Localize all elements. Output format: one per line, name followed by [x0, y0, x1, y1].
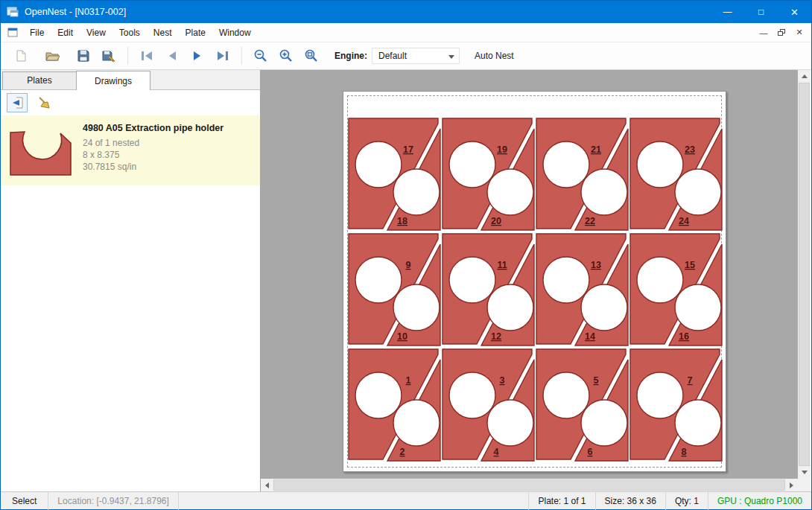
part-number: 15 — [685, 260, 695, 270]
first-plate-button[interactable] — [134, 45, 159, 67]
nested-pair[interactable]: 1516 — [629, 232, 723, 348]
clean-drawings-button[interactable] — [34, 93, 54, 112]
maximize-button[interactable]: □ — [744, 1, 778, 23]
menu-file[interactable]: File — [23, 23, 51, 42]
part-number: 12 — [491, 331, 501, 342]
pipe-hole — [393, 400, 440, 446]
tab-drawings[interactable]: Drawings — [76, 71, 150, 90]
menu-tools[interactable]: Tools — [112, 23, 147, 42]
next-plate-button[interactable] — [185, 45, 210, 67]
pipe-hole — [543, 141, 589, 188]
nested-pair[interactable]: 56 — [535, 348, 629, 463]
plate-size-status: Size: 36 x 36 — [595, 492, 665, 510]
part-number: 21 — [591, 144, 601, 155]
vertical-scrollbar[interactable] — [798, 70, 811, 479]
menu-plate[interactable]: Plate — [179, 23, 212, 42]
scroll-left-button[interactable] — [261, 479, 273, 491]
save-as-button[interactable] — [96, 45, 121, 67]
last-plate-button[interactable] — [210, 45, 235, 67]
drawing-info: 4980 A05 Extraction pipe holder 24 of 1 … — [77, 118, 223, 182]
tab-plates[interactable]: Plates — [2, 71, 77, 89]
nested-pair[interactable]: 2324 — [629, 117, 723, 232]
zoom-fit-icon — [304, 48, 319, 63]
status-bar: Select Location: [-0.9437, 21.8796] Plat… — [1, 491, 811, 509]
nested-pair[interactable]: 1314 — [535, 232, 629, 348]
menu-nest[interactable]: Nest — [147, 23, 179, 42]
minimize-button[interactable]: — — [711, 1, 744, 23]
horizontal-scrollbar[interactable] — [261, 479, 798, 491]
arrow-left-icon — [265, 482, 269, 488]
nested-pair[interactable]: 1718 — [347, 117, 441, 232]
part-number: 14 — [585, 331, 595, 342]
engine-value: Default — [378, 51, 407, 61]
menu-view[interactable]: View — [80, 23, 112, 42]
app-window: OpenNest - [N0317-002] — □ ✕ FileEditVie… — [0, 0, 812, 510]
nested-pair[interactable]: 910 — [347, 232, 441, 348]
open-button[interactable] — [39, 45, 65, 67]
mdi-close-button[interactable]: ✕ — [790, 25, 808, 41]
nested-pair[interactable]: 1112 — [441, 232, 535, 348]
left-panel: PlatesDrawings — [1, 70, 261, 491]
part-number: 24 — [679, 216, 689, 226]
app-icon — [7, 6, 19, 18]
part-number: 19 — [497, 144, 507, 155]
part-number: 17 — [403, 144, 413, 155]
menu-edit[interactable]: Edit — [51, 23, 80, 42]
part-number: 6 — [588, 447, 593, 457]
nested-pair[interactable]: 2122 — [535, 117, 629, 232]
gpu-status: GPU : Quadro P1000 — [708, 492, 811, 510]
part-number: 22 — [585, 216, 595, 226]
auto-nest-button[interactable]: Auto Nest — [475, 51, 514, 61]
part-number: 16 — [679, 331, 689, 342]
nested-pair[interactable]: 1920 — [441, 117, 535, 232]
part-number: 1 — [406, 375, 411, 386]
nested-pair[interactable]: 34 — [441, 348, 535, 463]
canvas-column: 171819202122232491011121314151612345678 — [261, 70, 811, 491]
drawing-list-item[interactable]: 4980 A05 Extraction pipe holder 24 of 1 … — [1, 115, 260, 185]
pipe-hole — [393, 169, 440, 215]
vertical-scroll-thumb[interactable] — [799, 83, 810, 466]
menu-items: FileEditViewToolsNestPlateWindow — [23, 23, 258, 42]
next-plate-icon — [190, 50, 205, 62]
pipe-hole — [675, 400, 721, 446]
nested-pair[interactable]: 78 — [629, 348, 723, 463]
chevron-down-icon — [448, 55, 454, 59]
main-toolbar: Engine: Default Auto Nest — [1, 42, 811, 70]
horizontal-scroll-thumb[interactable] — [273, 479, 785, 491]
nested-pair[interactable]: 12 — [347, 348, 441, 463]
open-icon — [45, 49, 60, 63]
nesting-canvas[interactable]: 171819202122232491011121314151612345678 — [261, 70, 798, 479]
new-button[interactable] — [8, 45, 34, 67]
clean-drawings-icon — [37, 96, 51, 109]
scroll-right-button[interactable] — [785, 479, 798, 491]
pipe-hole — [543, 372, 589, 418]
save-button[interactable] — [71, 45, 96, 67]
pipe-hole — [581, 169, 627, 215]
mdi-minimize-button[interactable]: — — [755, 25, 773, 41]
window-title: OpenNest - [N0317-002] — [25, 7, 126, 17]
arrow-right-icon — [790, 482, 793, 488]
document-icon — [7, 28, 18, 37]
save-icon — [77, 49, 90, 63]
engine-select[interactable]: Default — [372, 48, 460, 64]
zoom-fit-button[interactable] — [299, 45, 324, 67]
scroll-up-button[interactable] — [798, 70, 811, 83]
toolbar-separator — [127, 47, 128, 65]
part-number: 7 — [688, 375, 693, 386]
scrollbar-corner — [798, 479, 811, 491]
drawing-area: 30.7815 sq/in — [83, 161, 223, 173]
menu-window[interactable]: Window — [212, 23, 258, 42]
pipe-hole — [449, 372, 495, 418]
close-button[interactable]: ✕ — [778, 1, 811, 23]
previous-plate-button[interactable] — [159, 45, 185, 67]
toolbar-separator — [241, 47, 242, 65]
drawing-size: 8 x 8.375 — [83, 149, 223, 161]
import-drawing-button[interactable] — [7, 93, 28, 112]
scroll-down-button[interactable] — [798, 466, 811, 479]
pipe-hole — [487, 169, 533, 215]
plate-sheet[interactable]: 171819202122232491011121314151612345678 — [343, 91, 726, 472]
zoom-out-button[interactable] — [248, 45, 273, 67]
mdi-restore-button[interactable] — [773, 25, 790, 41]
zoom-in-button[interactable] — [273, 45, 299, 67]
pipe-hole — [637, 141, 683, 188]
